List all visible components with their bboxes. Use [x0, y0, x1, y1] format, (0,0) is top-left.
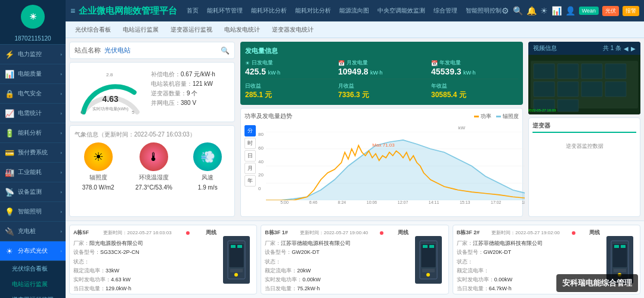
- sun-icon[interactable]: ☀: [540, 6, 548, 15]
- chevron-icon-8: ›: [60, 190, 62, 195]
- inv-card-3-time: 更新时间：2022-05-27 19:02:00: [491, 229, 559, 236]
- nav-flow[interactable]: 能源流向图: [336, 4, 373, 17]
- solar-badge-button[interactable]: 光伏: [602, 6, 619, 16]
- chart-main: kW W/m2 806040200: [258, 125, 525, 212]
- video-page: 共 1 条: [603, 44, 621, 52]
- search-icon-top[interactable]: 🔍: [513, 6, 523, 15]
- svg-point-29: [234, 273, 238, 277]
- chevron-icon-7: ›: [60, 170, 62, 175]
- top-bar: ≡ 企业微电网能效管理平台 首页 能耗环节管理 能耗环比分析 能耗对比分析 能源…: [66, 0, 644, 21]
- nav-compare[interactable]: 能耗对比分析: [292, 4, 335, 17]
- sidebar-item-prepaid-label: 预付费系统: [18, 148, 60, 157]
- energy-icon: 🔋: [4, 128, 16, 138]
- alarm-button[interactable]: 报警: [623, 6, 639, 16]
- nav-home[interactable]: 首页: [183, 4, 202, 17]
- inverter-card-2: B栋3F 1# 更新时间：2022-05-27 19:00:40 周线 厂家：江…: [261, 225, 448, 294]
- svg-rect-36: [422, 269, 435, 272]
- station-label: 站点名称: [75, 46, 101, 55]
- bottom-section: A栋5F 更新时间：2022-05-27 16:03:03 周线 厂家：阳光电源…: [66, 221, 644, 298]
- sidebar-item-lighting[interactable]: 💡 智能照明 ›: [0, 202, 66, 222]
- lighting-icon: 💡: [4, 207, 16, 216]
- logo-icon: ☀: [21, 5, 45, 29]
- gen-yearly-value: 45539.3: [431, 67, 462, 76]
- second-nav-inverter[interactable]: 逆变器运行监视: [166, 24, 217, 36]
- second-nav-overview[interactable]: 光伏综合看板: [70, 24, 116, 36]
- sidebar-item-security[interactable]: 🔒 电气安全 ›: [0, 84, 66, 104]
- sidebar-sub-item-overview[interactable]: 光伏综合看板: [0, 261, 66, 277]
- nav-energy-mgmt[interactable]: 能耗环节管理: [203, 4, 246, 17]
- sidebar-item-energy[interactable]: 🔋 能耗分析 ›: [0, 123, 66, 143]
- prev-icon[interactable]: ◀: [624, 45, 628, 52]
- tab-minute[interactable]: 分: [244, 125, 256, 136]
- inv-card-1-switch[interactable]: 周线: [206, 229, 216, 237]
- nav-ac[interactable]: 中央空调能效监测: [374, 4, 429, 17]
- sidebar-item-security-label: 电气安全: [18, 89, 60, 98]
- tab-day[interactable]: 日: [244, 150, 256, 162]
- sidebar-phone: 18702115120: [0, 33, 66, 45]
- user-icon[interactable]: 👤: [565, 6, 575, 15]
- chevron-icon-9: ›: [60, 209, 62, 215]
- hamburger-icon[interactable]: ≡: [70, 6, 75, 15]
- chevron-icon-4: ›: [60, 111, 62, 116]
- sidebar-sub-item-station[interactable]: 电站运行监展: [0, 277, 66, 292]
- weather-items: ☀ 辐照度 378.0 W/m2 🌡 环境温湿度 27.3°C/53.4% 💨 …: [75, 142, 230, 191]
- sidebar-item-power[interactable]: ⚡ 电力监控 ›: [0, 45, 66, 64]
- sidebar-sub-item-inverter[interactable]: 逆变器运行监视: [0, 292, 66, 298]
- sidebar-item-device[interactable]: 📡 设备监测 ›: [0, 182, 66, 202]
- device-icon: 📡: [4, 187, 16, 197]
- inv-card-3-image: [603, 229, 636, 290]
- nav-ratio[interactable]: 能耗环比分析: [247, 4, 290, 17]
- notification-icon[interactable]: 🔔: [527, 6, 537, 15]
- sidebar-item-industrial-label: 工业能耗: [18, 168, 60, 176]
- inv-card-3-switch[interactable]: 周线: [589, 229, 600, 237]
- gen-monthly: 📅 月发电量 10949.8 kW·h: [338, 59, 425, 76]
- solar-value: 378.0 W/m2: [82, 184, 114, 191]
- sidebar-item-power-label: 电力监控: [18, 50, 60, 58]
- nav-management[interactable]: 综合管理: [430, 4, 461, 17]
- generation-card: 发电量信息 ☀ 日发电量 425.5 kW·h 📅 月发电量 10949.8 k…: [240, 42, 523, 105]
- settings-icon[interactable]: ⚙: [501, 6, 509, 15]
- inv-status-dot-1: [186, 230, 191, 236]
- search-icon[interactable]: 🔍: [221, 46, 230, 55]
- sidebar-item-stats[interactable]: 📈 电需统计 ›: [0, 104, 66, 123]
- security-icon: 🔒: [4, 89, 16, 98]
- svg-rect-23: [528, 55, 640, 114]
- chevron-icon-3: ›: [60, 91, 62, 97]
- inv-card-1-image: [220, 229, 253, 290]
- svg-text:Max 71.03: Max 71.03: [372, 142, 395, 148]
- video-nav: 共 1 条 ◀ ▶: [603, 44, 636, 52]
- sidebar-item-solar[interactable]: ☀ 分布式光伏 ›: [0, 241, 66, 261]
- sidebar-item-industrial[interactable]: 🏭 工业能耗 ›: [0, 163, 66, 182]
- second-nav-inv-stats[interactable]: 逆变器发电统计: [267, 24, 318, 36]
- second-nav-gen-stats[interactable]: 电站发电统计: [219, 24, 265, 36]
- tab-month[interactable]: 月: [244, 163, 256, 174]
- gauge-svg: 0 2.8 5 4.63 实时功率电量(kWh): [75, 67, 146, 117]
- inv-card-1-id: A栋5F: [73, 229, 89, 237]
- tab-year[interactable]: 年: [244, 175, 256, 187]
- inv-card-2-switch[interactable]: 周线: [398, 229, 408, 237]
- chevron-icon-11: ›: [60, 249, 62, 254]
- chart-card: 功率及发电量趋势 功率 辐照度 分 时 日 月 年: [240, 108, 523, 217]
- svg-text:5: 5: [132, 110, 135, 115]
- chart-icon[interactable]: 📊: [552, 6, 562, 15]
- tab-hour[interactable]: 时: [244, 138, 256, 149]
- weather-wind: 💨 风速 1.9 m/s: [193, 142, 222, 191]
- weather-card: 气象信息（更新时间：2022-05-27 16:03:03） ☀ 辐照度 378…: [69, 125, 235, 217]
- sidebar-item-charging[interactable]: 🔌 充电桩 ›: [0, 222, 66, 241]
- svg-text:2022-05-27 16:03: 2022-05-27 16:03: [528, 108, 556, 112]
- industrial-icon: 🏭: [4, 167, 16, 177]
- chart-legend: 功率 辐照度: [474, 113, 519, 120]
- gen-daily-unit: kW·h: [268, 70, 280, 76]
- next-icon[interactable]: ▶: [631, 45, 636, 52]
- sidebar-item-quality[interactable]: 📊 电能质量 ›: [0, 64, 66, 84]
- second-nav-station[interactable]: 电站运行监展: [118, 24, 163, 36]
- middle-panel: 发电量信息 ☀ 日发电量 425.5 kW·h 📅 月发电量 10949.8 k…: [239, 38, 525, 221]
- gauge-card: 0 2.8 5 4.63 实时功率电量(kWh) 补偿电价：0.67 元/kW·…: [69, 62, 235, 122]
- video-card: 视频信息 共 1 条 ◀ ▶: [528, 42, 640, 114]
- main-content: 站点名称 光伏电站 🔍: [66, 38, 644, 221]
- second-nav: 光伏综合看板 电站运行监展 逆变器运行监视 电站发电统计 逆变器发电统计: [66, 21, 644, 38]
- sidebar-item-prepaid[interactable]: 💳 预付费系统 ›: [0, 143, 66, 163]
- nav-lighting[interactable]: 智能照明控制: [462, 4, 501, 17]
- wean-button[interactable]: Wean: [579, 7, 599, 15]
- temp-circle: 🌡: [140, 142, 168, 171]
